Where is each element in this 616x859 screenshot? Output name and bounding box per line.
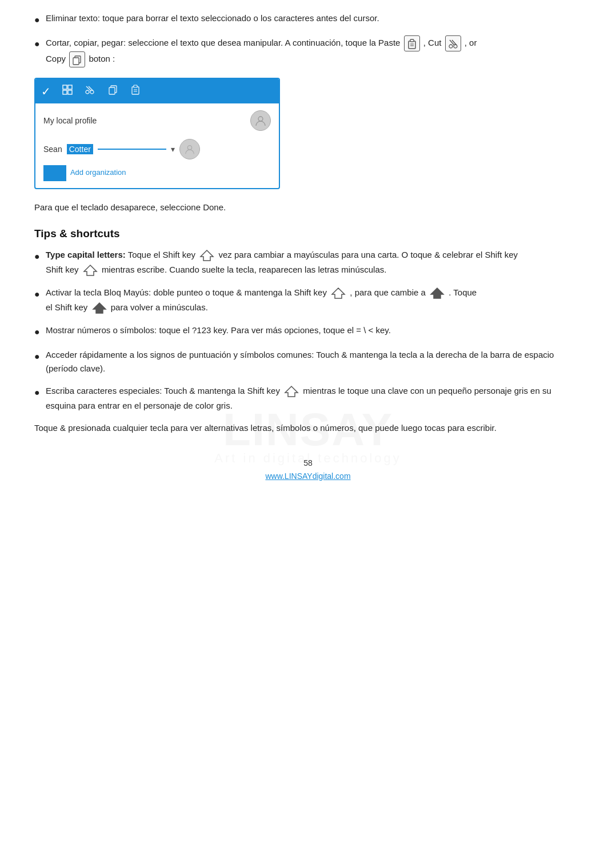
screenshot-box: ✓ (34, 78, 280, 189)
tip2-content: Activar la tecla Bloq Mayús: doble punte… (46, 286, 582, 315)
name-underline (98, 149, 166, 150)
svg-point-4 (449, 45, 453, 48)
toolbar-paste-icon (130, 83, 142, 99)
svg-marker-30 (93, 303, 106, 313)
tip2-el: el Shift key (46, 302, 90, 312)
tip-caps-lock: ● Activar la tecla Bloq Mayús: doble pun… (34, 286, 582, 315)
shift-arrow-icon (199, 248, 214, 263)
svg-marker-29 (431, 288, 443, 298)
svg-rect-19 (109, 87, 115, 94)
bullet-dot-tip4: ● (34, 349, 43, 364)
tip4-content: Acceder rápidamente a los signos de punt… (46, 348, 582, 377)
tip2-end2: para volver a minúsculas. (111, 302, 208, 312)
shift-arrow-filled-icon (430, 286, 445, 301)
bullet-dot-tip5: ● (34, 385, 43, 400)
svg-line-16 (89, 86, 93, 91)
tip1-mid: vez para cambiar a mayúsculas para una c… (218, 250, 518, 259)
copy-icon (69, 51, 85, 67)
bullet-eliminar: ● Eliminar texto: toque para borrar el t… (34, 11, 582, 27)
svg-rect-0 (409, 41, 415, 49)
svg-point-25 (187, 146, 191, 150)
tip5-content: Escriba caracteres especiales: Touch & m… (46, 384, 582, 413)
tip-punctuation: ● Acceder rápidamente a los signos de pu… (34, 348, 582, 377)
screenshot-toolbar: ✓ (35, 79, 279, 103)
tip1-shift-label: Shift key (46, 265, 81, 274)
shift-arrow-filled-icon-2 (92, 301, 107, 315)
tip2-text: Activar la tecla Bloq Mayús: doble punte… (46, 287, 327, 297)
boton-text: boton : (89, 54, 115, 63)
svg-rect-11 (68, 85, 72, 89)
profile-avatar (250, 110, 271, 131)
bullet-dot-tip1: ● (34, 249, 43, 264)
svg-rect-9 (73, 58, 79, 65)
shift-arrow-icon-2 (83, 263, 98, 278)
copiar-text: Cortar, copiar, pegar: seleccione el tex… (46, 35, 582, 67)
toolbar-grid-icon (61, 83, 74, 99)
toolbar-copy-icon (107, 83, 119, 99)
svg-marker-31 (285, 386, 298, 397)
footer: 58 www.LINSAYdigital.com (34, 458, 582, 481)
shift-arrow-icon-4 (284, 384, 299, 399)
svg-marker-27 (84, 265, 97, 275)
org-label: Add organization (70, 169, 126, 177)
svg-rect-20 (132, 87, 139, 94)
bullet-dot-1: ● (34, 13, 43, 27)
footer-link[interactable]: www.LINSAYdigital.com (265, 472, 350, 481)
copy-label: Copy (46, 54, 66, 63)
paste-icon (404, 35, 420, 51)
tip6-text: Toque & presionada cualquier tecla para … (34, 421, 582, 436)
bullet-dot-2: ● (34, 37, 43, 51)
svg-rect-21 (134, 85, 137, 87)
screenshot-content: My local profile Sean Cotter ▾ (35, 103, 279, 188)
svg-rect-10 (63, 85, 67, 89)
svg-marker-26 (201, 250, 213, 261)
name-cotter: Cotter (67, 144, 93, 154)
svg-marker-28 (332, 288, 345, 298)
svg-point-14 (86, 90, 89, 94)
tip3-content: Mostrar números o símbolos: toque el ?12… (46, 323, 582, 338)
blue-rect-icon (43, 165, 66, 181)
tip1-end: mientras escribe. Cuando suelte la tecla… (102, 265, 387, 274)
profile-row: My local profile (43, 110, 271, 131)
eliminar-text: Eliminar texto: toque para borrar el tex… (46, 11, 582, 26)
toolbar-check-icon: ✓ (41, 85, 51, 98)
keyboard-dismiss-text: Para que el teclado desaparece, seleccio… (34, 201, 582, 215)
svg-rect-13 (68, 90, 72, 94)
chevron-down-icon: ▾ (171, 145, 175, 154)
tip1-text: Toque el Shift key (128, 250, 195, 259)
tip-numbers: ● Mostrar números o símbolos: toque el ?… (34, 323, 582, 339)
svg-line-6 (452, 40, 457, 45)
shift-arrow-icon-3 (331, 286, 346, 301)
bullet-dot-tip3: ● (34, 325, 43, 339)
tip-special-chars: ● Escriba caracteres especiales: Touch &… (34, 384, 582, 413)
name-sean: Sean (43, 145, 62, 154)
bullet-dot-tip2: ● (34, 287, 43, 302)
toolbar-scissors-icon (84, 83, 97, 99)
org-row: Add organization (43, 165, 271, 181)
tip-capital-letters: ● Type capital letters: Toque el Shift k… (34, 248, 582, 278)
svg-rect-12 (63, 90, 67, 94)
tip5-text: Escriba caracteres especiales: Touch & m… (46, 386, 280, 395)
tip2-mid: , para que cambie a (350, 287, 426, 297)
cut-icon (445, 35, 461, 51)
tip1-content: Type capital letters: Toque el Shift key… (46, 248, 582, 278)
bullet-copiar: ● Cortar, copiar, pegar: seleccione el t… (34, 35, 582, 67)
svg-point-24 (258, 117, 263, 121)
tips-heading: Tips & shortcuts (34, 227, 582, 240)
profile-avatar-small (179, 139, 200, 159)
svg-rect-1 (410, 39, 414, 42)
tip2-toque: . Toque (449, 287, 477, 297)
tip1-bold: Type capital letters: (46, 250, 126, 259)
name-row: Sean Cotter ▾ (43, 139, 271, 159)
profile-label: My local profile (43, 116, 97, 125)
page-number: 58 (34, 458, 582, 468)
